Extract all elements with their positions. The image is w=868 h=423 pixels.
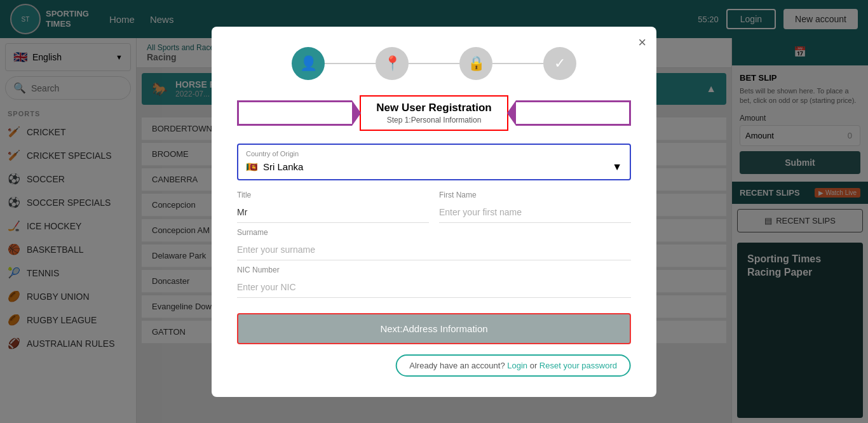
- country-of-origin-label: Country of Origin: [238, 145, 630, 158]
- steps-row: 👤 📍 🔒 ✓: [237, 47, 631, 80]
- registration-title-box: New User Registration Step 1:Personal In…: [360, 95, 508, 131]
- already-account-text: Already have an account? Login or Reset …: [395, 354, 631, 377]
- title-label: Title: [237, 191, 429, 199]
- step-4-circle: ✓: [543, 47, 576, 80]
- country-select-left: 🇱🇰 Sri Lanka: [246, 161, 303, 173]
- already-account-wrap: Already have an account? Login or Reset …: [237, 354, 631, 377]
- registration-modal: × 👤 📍 🔒 ✓ New User Registration Step 1:P…: [212, 27, 656, 397]
- arrow-left: [237, 100, 352, 126]
- modal-overlay: × 👤 📍 🔒 ✓ New User Registration Step 1:P…: [0, 0, 868, 423]
- title-area: New User Registration Step 1:Personal In…: [237, 95, 631, 131]
- next-button[interactable]: Next:Address Information: [237, 313, 631, 344]
- title-input[interactable]: [237, 202, 429, 223]
- modal-close-button[interactable]: ×: [638, 34, 646, 51]
- surname-field: Surname: [237, 228, 631, 260]
- step-line-1: [325, 63, 376, 64]
- first-name-input[interactable]: [439, 202, 631, 223]
- first-name-col: First Name: [439, 191, 631, 228]
- step-line-2: [409, 63, 459, 64]
- app: ST SPORTING TIMES Home News 55:20 Login …: [0, 0, 868, 423]
- country-select[interactable]: 🇱🇰 Sri Lanka ▼: [238, 158, 630, 179]
- arrow-right: [516, 100, 631, 126]
- title-col: Title: [237, 191, 429, 228]
- nic-input[interactable]: [237, 277, 631, 298]
- step-3-circle: 🔒: [459, 47, 492, 80]
- country-flag-icon: 🇱🇰: [246, 161, 258, 173]
- country-value: Sri Lanka: [263, 161, 303, 172]
- nic-label: NIC Number: [237, 265, 631, 274]
- reset-password-link[interactable]: Reset your password: [539, 361, 617, 370]
- step-2-circle: 📍: [376, 47, 409, 80]
- right-arrow-shape: [516, 100, 631, 126]
- first-name-label: First Name: [439, 191, 631, 199]
- step-line-3: [492, 63, 543, 64]
- surname-input[interactable]: [237, 239, 631, 260]
- modal-title: New User Registration: [376, 102, 491, 114]
- login-link[interactable]: Login: [507, 361, 527, 370]
- name-row: Title First Name: [237, 191, 631, 228]
- country-select-wrapper: Country of Origin 🇱🇰 Sri Lanka ▼: [237, 144, 631, 180]
- left-arrow-shape: [237, 100, 352, 126]
- surname-label: Surname: [237, 228, 631, 237]
- nic-field: NIC Number: [237, 265, 631, 298]
- title-field: Title: [237, 191, 429, 223]
- chevron-down-icon: ▼: [612, 161, 622, 173]
- first-name-field: First Name: [439, 191, 631, 223]
- modal-subtitle: Step 1:Personal Information: [376, 116, 491, 124]
- step-1-circle: 👤: [292, 47, 325, 80]
